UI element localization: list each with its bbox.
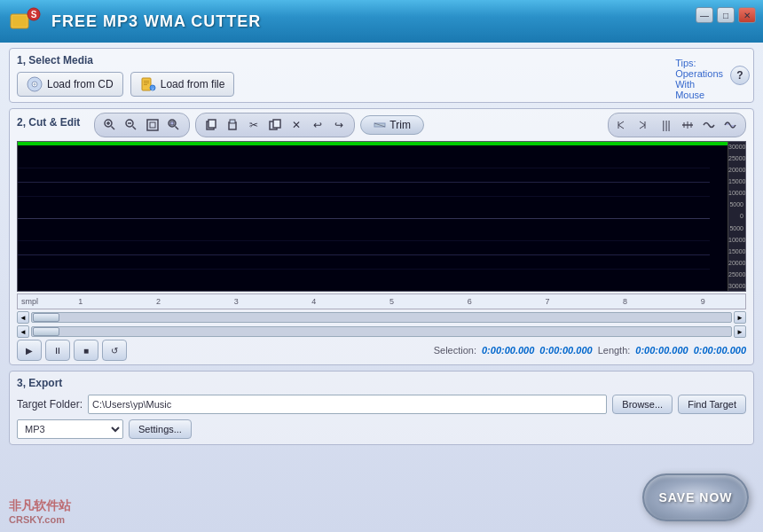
browse-button[interactable]: Browse... [612, 395, 673, 414]
timeline-labels: smpl 1 2 3 4 5 6 7 8 9 [18, 297, 745, 306]
tips-link[interactable]: Tips: Operations With Mouse [675, 58, 723, 100]
app-title: FREE MP3 WMA CUTTER [51, 12, 261, 31]
delete-button[interactable]: ✕ [287, 115, 306, 135]
section1-title: 1, Select Media [17, 54, 234, 66]
pause-button[interactable]: ⏸ [45, 340, 70, 361]
close-button[interactable]: ✕ [738, 7, 756, 23]
help-button[interactable]: ? [730, 66, 750, 85]
waveform-display[interactable]: 30000 25000 20000 15000 10000 5000 0 500… [17, 141, 746, 292]
trim-button[interactable]: Trim [360, 115, 424, 135]
cut-button[interactable]: ✂ [244, 115, 264, 135]
play-buttons: ▶ ⏸ ■ ↺ [17, 340, 127, 361]
timeline-tick-9: 9 [664, 297, 742, 306]
view-btn-4[interactable] [678, 115, 697, 135]
svg-line-38 [640, 125, 645, 129]
scroll-right-btn-2[interactable]: ► [734, 325, 746, 338]
watermark-line1: 非凡软件站 [9, 498, 71, 514]
zoom-in-button[interactable] [100, 115, 120, 135]
target-folder-input[interactable] [88, 395, 607, 414]
zoom-toolbar [94, 113, 190, 137]
save-now-button[interactable]: SAVE NOW [642, 473, 749, 521]
svg-point-6 [34, 83, 36, 86]
copy-button[interactable] [265, 115, 285, 135]
svg-line-37 [640, 121, 645, 125]
wave-grid-line [18, 269, 710, 270]
section2-header: 2, Cut & Edit [17, 113, 746, 137]
view-toolbar: ||| [608, 113, 746, 137]
timeline-tick-6: 6 [430, 297, 508, 306]
format-row: MP3 WMA WAV OGG Settings... [17, 419, 746, 439]
selection-start-value: 0:00:00.000 [482, 345, 534, 356]
stop-button[interactable]: ■ [74, 340, 98, 361]
redo-button[interactable]: ↪ [329, 115, 349, 135]
file-icon: ♪ [140, 76, 156, 92]
section-select-media: 1, Select Media Load from CD [9, 48, 754, 103]
paste-insert-button[interactable] [223, 115, 242, 135]
title-bar: S FREE MP3 WMA CUTTER — □ ✕ [0, 0, 763, 43]
svg-rect-20 [147, 120, 158, 130]
view-btn-2[interactable] [635, 115, 655, 135]
timeline-tick-2: 2 [120, 297, 198, 306]
view-btn-1[interactable] [614, 115, 633, 135]
edit-toolbar: ✂ ✕ ↩ ↪ [195, 113, 355, 137]
load-from-cd-button[interactable]: Load from CD [17, 72, 123, 97]
timeline-tick-1: 1 [42, 297, 120, 306]
timeline-tick-3: 3 [197, 297, 275, 306]
scrollbar-track-2[interactable] [31, 326, 732, 337]
timeline-tick-5: 5 [353, 297, 431, 306]
view-btn-3[interactable]: ||| [657, 115, 676, 135]
section2-title: 2, Cut & Edit [17, 116, 80, 129]
scroll-left-btn-2[interactable]: ◄ [17, 325, 29, 338]
timeline-tick-7: 7 [508, 297, 586, 306]
trim-icon [374, 119, 386, 131]
svg-rect-9 [144, 82, 149, 83]
svg-text:S: S [31, 10, 37, 20]
section3-title: 3, Export [17, 377, 746, 389]
timeline-tick-8: 8 [586, 297, 665, 306]
repeat-button[interactable]: ↺ [102, 340, 127, 361]
view-btn-6[interactable] [720, 115, 740, 135]
waveform-center1 [18, 182, 710, 183]
scale-5000-bot: 5000 [728, 225, 745, 231]
scale-30000-top: 30000 [728, 144, 745, 150]
zoom-selection-button[interactable] [164, 115, 184, 135]
play-button[interactable]: ▶ [17, 340, 42, 361]
zoom-out-button[interactable] [122, 115, 141, 135]
minimize-button[interactable]: — [696, 7, 713, 23]
scroll-right-btn-1[interactable]: ► [734, 311, 746, 324]
scale-15000-bot: 15000 [728, 248, 745, 254]
restore-button[interactable]: □ [717, 7, 735, 23]
svg-rect-24 [170, 121, 174, 125]
scrollbar-thumb-2[interactable] [33, 327, 59, 336]
save-now-label: SAVE NOW [658, 490, 732, 505]
scrollbar-horizontal-1: ◄ ► [17, 311, 746, 324]
svg-rect-8 [144, 81, 149, 82]
length-label: Length: [598, 345, 631, 356]
zoom-fit-button[interactable] [143, 115, 162, 135]
svg-line-35 [618, 125, 624, 129]
svg-line-18 [133, 127, 137, 130]
settings-button[interactable]: Settings... [129, 419, 192, 439]
scale-25000: 25000 [728, 155, 745, 161]
wave-grid-line [18, 240, 710, 241]
scrollbar-thumb-1[interactable] [33, 313, 59, 322]
waveform-main [18, 145, 728, 291]
copy-region-button[interactable] [201, 115, 221, 135]
section-export: 3, Export Target Folder: Browse... Find … [9, 371, 754, 445]
scrollbar-track-1[interactable] [31, 312, 732, 323]
view-btn-5[interactable] [699, 115, 719, 135]
scroll-left-btn-1[interactable]: ◄ [17, 311, 29, 324]
app-logo: S [7, 5, 43, 37]
waveform-scale: 30000 25000 20000 15000 10000 5000 0 500… [728, 142, 745, 291]
svg-rect-28 [230, 120, 235, 123]
undo-button[interactable]: ↩ [308, 115, 327, 135]
find-target-button[interactable]: Find Target [678, 395, 746, 414]
scale-0: 0 [728, 213, 745, 219]
svg-line-23 [176, 127, 179, 130]
wave-grid-line [18, 168, 710, 168]
format-select[interactable]: MP3 WMA WAV OGG [17, 419, 123, 439]
svg-rect-10 [144, 84, 147, 85]
waveform-center2 [18, 254, 710, 255]
selection-end-value: 0:00:00.000 [539, 345, 592, 356]
load-from-file-button[interactable]: ♪ Load from file [130, 72, 235, 97]
